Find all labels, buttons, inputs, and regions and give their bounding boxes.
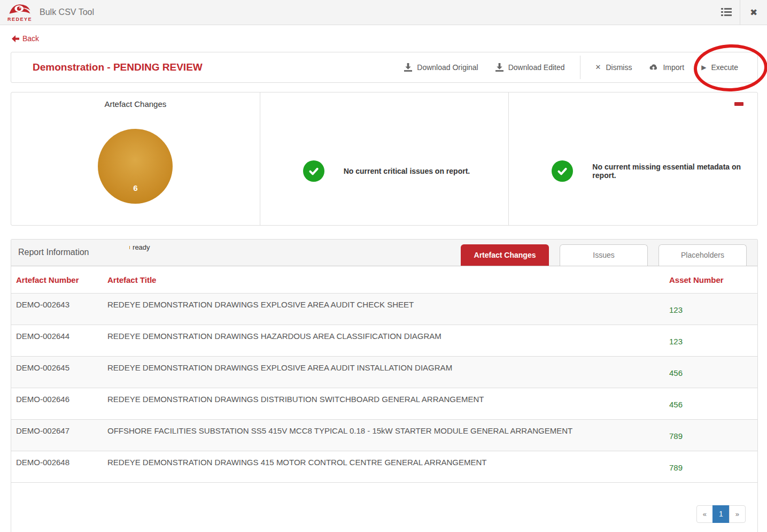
artefact-number-cell: DEMO-002648 [16,451,107,482]
asset-number-cell: 456 [669,388,757,419]
artefact-number-cell: DEMO-002644 [16,325,107,356]
close-window-icon[interactable]: ✖ [740,0,767,25]
table-row[interactable]: DEMO-002644 REDEYE DEMONSTRATION DRAWING… [11,325,757,357]
artefact-title-cell: OFFSHORE FACILITIES SUBSTATION SS5 415V … [107,420,669,451]
list-menu-icon[interactable] [713,0,740,25]
missing-metadata-panel: No current missing essential metadata on… [508,92,757,225]
artefact-number-cell: DEMO-002645 [16,357,107,388]
column-artefact-title: Artefact Title [107,266,669,293]
artefact-number-cell: DEMO-002646 [16,388,107,419]
tab-placeholders[interactable]: Placeholders [658,244,747,266]
pagination-prev-button[interactable]: « [696,505,713,523]
execute-button[interactable]: ▶ Execute [694,59,746,76]
no-missing-metadata-text: No current missing essential metadata on… [592,163,757,180]
artefact-number-cell: DEMO-002647 [16,420,107,451]
back-arrow-icon [12,35,19,42]
critical-issues-panel: No current critical issues on report. [260,92,509,225]
artefact-title-cell: REDEYE DEMONSTRATION DRAWINGS DISTRIBUTI… [107,388,669,419]
check-circle-icon [552,160,573,182]
tab-issues[interactable]: Issues [560,244,648,266]
close-icon: ✕ [595,63,601,71]
collapse-minus-icon[interactable] [734,102,743,106]
pie-slice-ready[interactable] [98,129,173,204]
import-button[interactable]: Import [641,59,692,76]
report-title: Demonstration - PENDING REVIEW [33,61,203,73]
report-header-panel: Demonstration - PENDING REVIEW Download … [11,52,758,83]
table-row[interactable]: DEMO-002646 REDEYE DEMONSTRATION DRAWING… [11,388,757,420]
tab-artefact-changes[interactable]: Artefact Changes [461,244,549,266]
chart-title: Artefact Changes [11,92,260,109]
download-original-button[interactable]: Download Original [397,59,485,76]
pie-legend: ready [86,243,193,251]
asset-number-cell: 123 [669,325,757,356]
redeye-eye-icon [8,3,32,17]
artefact-title-cell: REDEYE DEMONSTRATION DRAWINGS 415 MOTOR … [107,451,669,482]
legend-label: ready [133,243,150,251]
table-row[interactable]: DEMO-002647 OFFSHORE FACILITIES SUBSTATI… [11,420,757,451]
table-row[interactable]: DEMO-002648 REDEYE DEMONSTRATION DRAWING… [11,451,757,483]
asset-number-cell: 789 [669,451,757,482]
pagination-next-button[interactable]: » [729,505,746,523]
asset-number-cell: 123 [669,294,757,325]
artefact-title-cell: REDEYE DEMONSTRATION DRAWINGS EXPLOSIVE … [107,294,669,325]
brand-name: REDEYE [7,17,32,22]
summary-panels: Artefact Changes 6 ready No current crit… [11,92,758,226]
asset-number-cell: 456 [669,357,757,388]
table-row[interactable]: DEMO-002645 REDEYE DEMONSTRATION DRAWING… [11,357,757,388]
artefact-title-cell: REDEYE DEMONSTRATION DRAWINGS EXPLOSIVE … [107,357,669,388]
play-icon: ▶ [701,64,706,71]
pagination: « 1 » [696,505,746,523]
redeye-logo: REDEYE [7,3,32,22]
artefact-number-cell: DEMO-002643 [16,294,107,325]
report-information-panel: Report Information Artefact Changes Issu… [11,239,758,532]
download-icon [495,63,503,72]
asset-number-cell: 789 [669,420,757,451]
dismiss-button[interactable]: ✕ Dismiss [588,59,640,76]
table-body: DEMO-002643 REDEYE DEMONSTRATION DRAWING… [11,294,757,483]
back-link[interactable]: Back [12,34,39,43]
report-information-title: Report Information [18,248,89,257]
top-bar: REDEYE Bulk CSV Tool ✖ [0,0,767,25]
pagination-page-1-button[interactable]: 1 [712,505,730,523]
download-edited-button[interactable]: Download Edited [488,59,572,76]
table-header-row: Artefact Number Artefact Title Asset Num… [11,266,757,294]
column-asset-number: Asset Number [669,266,757,293]
check-circle-icon [303,160,324,182]
download-icon [404,63,412,72]
app-title: Bulk CSV Tool [40,7,94,17]
pie-value-label: 6 [133,183,137,192]
artefact-changes-chart-panel: Artefact Changes 6 ready [11,92,260,225]
column-artefact-number: Artefact Number [16,266,107,293]
cloud-upload-icon [649,64,658,71]
table-row[interactable]: DEMO-002643 REDEYE DEMONSTRATION DRAWING… [11,294,757,325]
header-actions: Download Original Download Edited ✕ Dism… [397,56,746,79]
no-critical-issues-text: No current critical issues on report. [344,167,470,175]
artefact-title-cell: REDEYE DEMONSTRATION DRAWINGS HAZARDOUS … [107,325,669,356]
legend-tick [129,246,130,249]
tabs: Artefact Changes Issues Placeholders [461,244,747,266]
actions-divider [580,56,580,79]
pie-chart[interactable]: 6 ready [98,129,173,204]
